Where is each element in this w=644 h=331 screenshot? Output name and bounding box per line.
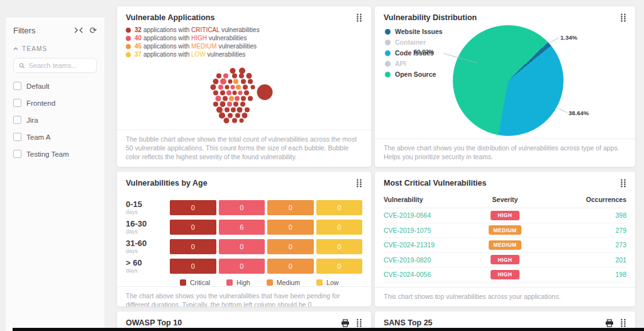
cve-table-row[interactable]: CVE-2024-0056HIGH198 [384, 267, 626, 283]
age-cell: 0 [170, 259, 216, 274]
age-range-label: 31-60days [126, 238, 170, 254]
age-cell: 0 [267, 200, 314, 215]
team-filter-item[interactable]: Jira [13, 116, 97, 124]
column-header-vulnerability: Vulnerability [384, 196, 467, 203]
teams-section-header[interactable]: TEAMS [13, 45, 97, 52]
cve-table-row[interactable]: CVE-2019-1075MEDIUM279 [384, 223, 626, 238]
age-cell: 0 [316, 220, 363, 235]
occurrence-count: 273 [543, 241, 626, 249]
team-filter-item[interactable]: Default [13, 82, 97, 90]
card-title: Vulnerable Applications [126, 13, 214, 22]
age-cell: 0 [267, 259, 314, 274]
legend-label: Container [395, 38, 426, 46]
search-icon [19, 62, 25, 69]
column-header-severity: Severity [467, 196, 543, 203]
card-title: Most Critical Vulnerabilities [384, 179, 486, 188]
window-bottom-edge [13, 328, 644, 331]
card-vulnerable-applications: Vulnerable Applications 32 applications … [117, 6, 371, 167]
age-legend: CriticalHighMediumLow [180, 279, 362, 286]
drag-handle-icon[interactable] [620, 13, 626, 22]
legend-dot-icon [385, 29, 391, 35]
legend-label: Website Issues [395, 28, 443, 35]
card-title: Vulnerability Distribution [384, 13, 477, 22]
cve-link[interactable]: CVE-2019-1075 [384, 227, 467, 234]
cve-table-row[interactable]: CVE-2019-0820HIGH201 [384, 253, 626, 268]
cve-link[interactable]: CVE-2019-0820 [384, 256, 467, 264]
pie-chart[interactable] [453, 25, 564, 136]
team-search-input[interactable] [29, 62, 91, 69]
age-cell: 0 [267, 239, 314, 254]
age-cell: 0 [219, 259, 265, 274]
card-footer-text: The above chart shows you the distributi… [375, 138, 635, 167]
cve-table-row[interactable]: CVE-2024-21319MEDIUM273 [384, 238, 626, 253]
occurrence-count: 398 [543, 211, 626, 219]
pie-legend-item[interactable]: Container [385, 38, 443, 46]
cve-link[interactable]: CVE-2019-0564 [384, 211, 467, 219]
card-vulnerabilities-by-age: Vulnerabilities by Age 0-15days000016-30… [117, 172, 371, 306]
team-filter-item[interactable]: Testing Team [13, 150, 97, 158]
pie-legend-item[interactable]: Website Issues [385, 28, 443, 35]
drag-handle-icon[interactable] [356, 13, 362, 22]
collapse-sidebar-icon[interactable] [74, 27, 83, 33]
card-footer-text: The chart above shows you the vulnerabil… [117, 286, 371, 306]
severity-badge: HIGH [491, 211, 519, 220]
chevron-up-icon [13, 47, 18, 50]
legend-square-icon [267, 279, 273, 286]
team-search-box[interactable] [13, 58, 97, 73]
severity-legend-row: 45 applications with MEDIUM vulnerabilit… [126, 43, 362, 50]
card-most-critical-vulnerabilities: Most Critical Vulnerabilities Vulnerabil… [375, 172, 635, 306]
legend-square-icon [180, 279, 186, 286]
filters-sidebar: Filters ⟳ TEAMS DefaultFrontendJiraTeam … [5, 18, 104, 331]
checkbox[interactable] [13, 82, 21, 90]
cve-link[interactable]: CVE-2024-0056 [384, 271, 467, 278]
team-filter-item[interactable]: Frontend [13, 99, 97, 107]
team-label: Frontend [26, 99, 55, 107]
checkbox[interactable] [13, 116, 21, 124]
age-cell: 0 [316, 200, 363, 215]
drag-handle-icon[interactable] [356, 179, 362, 188]
checkbox[interactable] [13, 150, 21, 158]
occurrence-count: 198 [543, 271, 626, 278]
team-label: Default [26, 82, 49, 90]
age-legend-item: High [226, 279, 250, 286]
team-label: Jira [26, 116, 38, 124]
legend-label: API [395, 60, 406, 67]
legend-dot-icon [385, 50, 391, 56]
pie-percentage-label: 38.64% [569, 109, 589, 116]
cve-table: Vulnerability Severity Occurrences CVE-2… [375, 191, 635, 283]
occurrence-count: 201 [543, 256, 626, 264]
drag-handle-icon[interactable] [356, 318, 362, 327]
checkbox[interactable] [13, 99, 21, 107]
age-grid[interactable]: 0-15days000016-30days060031-60days0000> … [117, 191, 371, 286]
legend-dot-icon [385, 40, 391, 45]
teams-section-label: TEAMS [22, 45, 47, 52]
cve-table-row[interactable]: CVE-2019-0564HIGH398 [384, 208, 626, 223]
drag-handle-icon[interactable] [620, 318, 626, 327]
team-filter-item[interactable]: Team A [13, 133, 97, 141]
pie-percentage-label: 60.02% [414, 48, 434, 55]
pie-legend-item[interactable]: Open Source [385, 70, 443, 78]
legend-dot-icon [385, 61, 391, 67]
severity-dot-icon [126, 36, 131, 41]
severity-dot-icon [126, 44, 131, 49]
refresh-icon[interactable]: ⟳ [89, 25, 97, 35]
pie-legend-item[interactable]: API [385, 60, 443, 67]
severity-badge: MEDIUM [489, 225, 522, 235]
legend-label: Open Source [395, 70, 436, 78]
severity-legend-row: 40 applications with HIGH vulnerabilitie… [126, 35, 362, 42]
age-legend-item: Low [316, 279, 338, 286]
age-range-label: 16-30days [126, 219, 170, 235]
cve-table-header: Vulnerability Severity Occurrences [384, 193, 626, 208]
team-list: DefaultFrontendJiraTeam ATesting Team [13, 82, 97, 158]
cve-link[interactable]: CVE-2024-21319 [384, 241, 467, 249]
age-legend-item: Critical [180, 279, 210, 286]
print-icon[interactable] [605, 319, 614, 327]
legend-dot-icon [385, 72, 391, 77]
severity-badge: HIGH [491, 255, 519, 264]
age-legend-item: Medium [267, 279, 300, 286]
print-icon[interactable] [341, 319, 350, 327]
age-row: > 60days0000 [126, 258, 362, 274]
drag-handle-icon[interactable] [620, 179, 626, 188]
bubble-chart[interactable] [203, 62, 285, 130]
checkbox[interactable] [13, 133, 21, 141]
